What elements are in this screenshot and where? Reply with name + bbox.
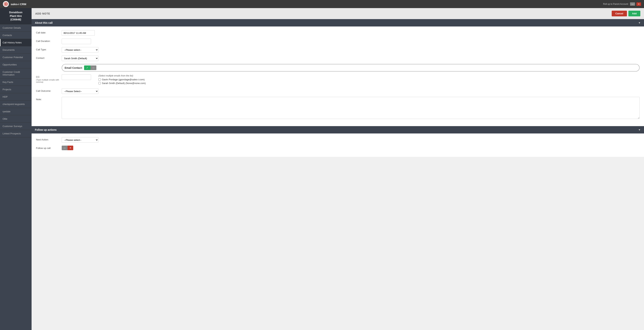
cc-label: CC: (Type multiple emails with comma) [36,74,62,85]
next-action-field: --Please select-- [62,137,640,143]
about-call-form: Call date: Call Duration: Call Type: [32,27,644,126]
close-button[interactable]: ✕ [636,3,641,6]
sidebar-item-contacts[interactable]: Contacts [0,32,32,39]
sidebar-item-documents[interactable]: Documents [0,46,32,54]
followup-chevron-icon[interactable]: ▼ [638,128,641,131]
next-action-label: Next Action: [36,137,62,141]
subheader: ADD NOTE Cancel Add [32,8,644,19]
checkbox-sarah-input[interactable] [98,82,101,84]
contact-select[interactable]: Sarah Smith (Default) [62,56,98,61]
call-duration-row: Call Duration: [36,39,640,44]
contact-label: Contact: [36,56,62,59]
note-row: Note: [36,97,640,119]
call-date-field [62,30,640,36]
note-textarea[interactable] [62,97,640,119]
checkbox-gavin: Gavin Pordage (gpordage@sales-i.com) [98,78,146,81]
checkbox-sarah: Sarah Smith (Default) (None@none.com) [98,82,146,85]
call-duration-input[interactable] [62,39,91,44]
checkbox-gavin-input[interactable] [98,78,101,81]
email-contact-highlight: Email Contact: ✓ — [62,64,640,72]
sidebar-item-ollie[interactable]: Ollie [0,115,32,123]
email-contact-row: Email Contact: ✓ — [36,64,640,72]
followup-call-label: Follow up call: [36,146,62,149]
sidebar-item-customer-credit-information[interactable]: Customer Credit Information [0,68,32,79]
cc-row: CC: (Type multiple emails with comma) (S… [36,74,640,85]
call-outcome-row: Call Outcome: --Please Select-- [36,88,640,94]
call-type-label: Call Type: [36,47,62,51]
sidebar-header: Donaldson Plant Hire (C00648) [0,8,32,24]
app-logo [3,1,9,7]
call-duration-field [62,39,640,44]
followup-call-field: — ✕ [62,146,640,150]
checkbox-sarah-label: Sarah Smith (Default) (None@none.com) [102,82,146,85]
sidebar-item-customer-potential[interactable]: Customer Potential [0,54,32,61]
call-date-row: Call date: [36,30,640,36]
call-outcome-field: --Please Select-- [62,88,640,94]
followup-section: Follow up actions ▼ Next Action: --Pleas… [32,126,644,157]
followup-call-toggle: — ✕ [62,146,640,150]
next-action-row: Next Action: --Please select-- [36,137,640,143]
sidebar-item-checkpoint-keypoints[interactable]: checkpoint keypoints [0,101,32,108]
cc-field-area: (Select multiple emails from the list) G… [62,74,640,85]
add-button[interactable]: Add [628,11,640,16]
sidebar: Donaldson Plant Hire (C00648) Customer D… [0,8,32,330]
about-call-section: About this call ▼ Call date: Call Durati… [32,19,644,126]
app-title: sales-i CRM [11,3,26,6]
content-area: ADD NOTE Cancel Add About this call ▼ Ca… [32,8,644,330]
followup-call-x-button[interactable]: ✕ [68,146,73,150]
sidebar-item-hdp[interactable]: HDP [0,93,32,101]
cc-input[interactable] [62,74,91,80]
select-multiple-label: (Select multiple emails from the list) [98,74,146,77]
followup-form: Next Action: --Please select-- Follow up… [32,133,644,157]
main-layout: Donaldson Plant Hire (C00648) Customer D… [0,8,644,330]
topbar: sales-i CRM Roll up to Parent Account: —… [0,0,644,8]
sidebar-item-opportunities[interactable]: Opportunities [0,61,32,68]
contact-field: Sarah Smith (Default) [62,56,640,61]
cc-input-area [62,74,91,85]
sidebar-item-call-history-notes[interactable]: Call History Notes [0,39,32,46]
email-contact-off-button[interactable]: — [90,65,96,70]
checkbox-gavin-label: Gavin Pordage (gpordage@sales-i.com) [102,78,145,81]
followup-header: Follow up actions ▼ [32,126,644,133]
email-contact-field: Email Contact: ✓ — [62,64,640,72]
topbar-right: Roll up to Parent Account: — ✕ [603,3,641,6]
roll-up-label: Roll up to Parent Account: [603,3,628,5]
call-type-field: --Please select-- [62,47,640,53]
call-type-row: Call Type: --Please select-- [36,47,640,53]
minimize-button[interactable]: — [630,3,635,6]
sidebar-item-linked-prospects[interactable]: Linked Prospects [0,130,32,137]
followup-call-off-button[interactable]: — [62,146,68,150]
call-type-select[interactable]: --Please select-- [62,47,98,53]
contact-row: Contact: Sarah Smith (Default) [36,56,640,61]
about-call-title: About this call [35,21,52,24]
note-field [62,97,640,119]
call-duration-label: Call Duration: [36,39,62,43]
followup-call-row: Follow up call: — ✕ [36,146,640,150]
chevron-down-icon[interactable]: ▼ [638,21,641,24]
sidebar-item-ryedale[interactable]: ryedale [0,108,32,115]
call-date-label: Call date: [36,30,62,34]
sidebar-item-customer-details[interactable]: Customer Details [0,24,32,32]
call-outcome-label: Call Outcome: [36,88,62,92]
page-title: ADD NOTE [35,12,50,15]
cc-checkbox-area: (Select multiple emails from the list) G… [98,74,146,85]
call-date-input[interactable] [62,30,95,36]
call-outcome-select[interactable]: --Please Select-- [62,88,98,94]
cancel-button[interactable]: Cancel [612,11,627,16]
email-contact-label: Email Contact: [64,66,82,69]
followup-title: Follow up actions [35,128,56,131]
email-contact-on-button[interactable]: ✓ [84,65,90,70]
about-call-header: About this call ▼ [32,19,644,27]
sidebar-item-projects[interactable]: Projects [0,86,32,93]
note-label: Note: [36,97,62,101]
email-contact-toggle: ✓ — [84,65,96,70]
next-action-select[interactable]: --Please select-- [62,137,98,143]
sidebar-item-customer-surveys[interactable]: Customer Surveys [0,123,32,130]
sidebar-item-key-facts[interactable]: Key Facts [0,79,32,86]
subheader-actions: Cancel Add [612,11,640,16]
